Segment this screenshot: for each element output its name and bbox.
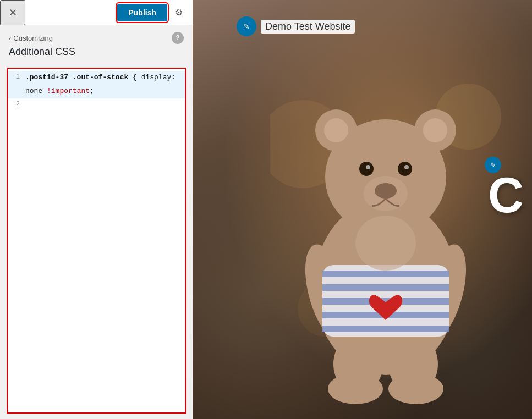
- line-content-1b: none !important;: [23, 85, 185, 98]
- svg-rect-23: [322, 284, 449, 291]
- close-button[interactable]: ✕: [0, 0, 25, 25]
- svg-point-9: [359, 162, 374, 176]
- code-line-1b: none !important;: [8, 85, 185, 98]
- svg-point-20: [388, 373, 443, 404]
- line-content-1: .postid-37 .out-of-stock { display:: [23, 71, 185, 85]
- back-button[interactable]: ‹: [9, 34, 11, 42]
- site-edit-icon[interactable]: ✎: [237, 16, 256, 36]
- line-number-1b: [8, 85, 23, 86]
- code-line-1: 1 .postid-37 .out-of-stock { display:: [8, 71, 185, 85]
- edit-pencil-icon: ✎: [490, 161, 496, 169]
- gear-button[interactable]: ⚙: [169, 3, 188, 22]
- svg-point-8: [423, 118, 447, 142]
- svg-point-10: [398, 162, 412, 176]
- svg-point-11: [366, 165, 370, 169]
- help-button[interactable]: ?: [172, 32, 184, 44]
- svg-rect-22: [322, 271, 449, 277]
- customizing-header: ‹ Customizing ? Additional CSS: [0, 25, 193, 62]
- line-number-1: 1: [8, 71, 23, 82]
- teddy-bear-image: [270, 34, 501, 419]
- customizing-row: ‹ Customizing ?: [9, 32, 184, 44]
- topbar: ✕ Publish ⚙: [0, 0, 193, 25]
- svg-point-14: [364, 176, 408, 211]
- preview-background: ✎ Demo Test Website: [193, 0, 532, 419]
- hero-text: C: [488, 170, 532, 220]
- topbar-actions: Publish ⚙: [117, 3, 188, 22]
- topbar-left: ✕: [0, 0, 25, 25]
- svg-point-28: [355, 216, 416, 271]
- line-number-2: 2: [8, 98, 23, 110]
- customizer-sidebar: ✕ Publish ⚙ ‹ Customizing ? Additional C…: [0, 0, 193, 419]
- svg-point-12: [404, 165, 409, 169]
- back-icon: ‹: [9, 34, 11, 42]
- publish-button[interactable]: Publish: [117, 4, 167, 21]
- close-icon: ✕: [9, 7, 17, 19]
- svg-point-6: [324, 118, 348, 142]
- site-badge: ✎ Demo Test Website: [237, 16, 355, 36]
- css-editor-container: 1 .postid-37 .out-of-stock { display: no…: [7, 68, 186, 414]
- help-icon: ?: [175, 34, 179, 42]
- site-name: Demo Test Website: [261, 20, 355, 34]
- code-line-2: 2: [8, 98, 185, 112]
- preview-area: ✎ Demo Test Website: [193, 0, 532, 419]
- svg-point-19: [328, 373, 383, 404]
- css-editor[interactable]: 1 .postid-37 .out-of-stock { display: no…: [8, 69, 185, 412]
- section-title: Additional CSS: [9, 46, 184, 58]
- svg-rect-26: [322, 326, 449, 332]
- line-content-2: [23, 98, 185, 112]
- pencil-icon: ✎: [243, 22, 250, 31]
- gear-icon: ⚙: [175, 7, 183, 18]
- customizing-label: Customizing: [13, 34, 53, 42]
